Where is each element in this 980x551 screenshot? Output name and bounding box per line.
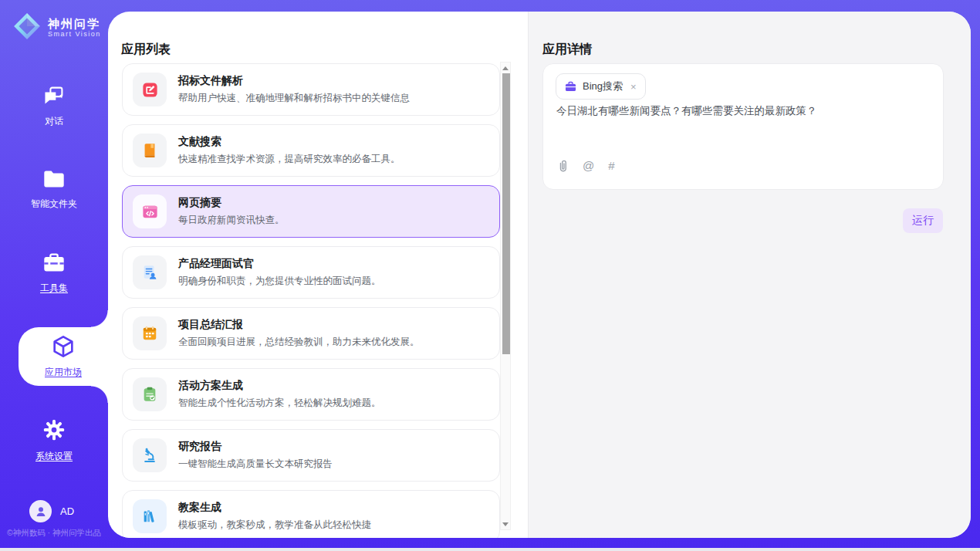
diamond-logo-icon bbox=[12, 12, 42, 44]
sidebar-item-smart-folder[interactable]: 智能文件夹 bbox=[0, 169, 108, 211]
scrollbar-thumb[interactable] bbox=[502, 73, 510, 354]
app-card-desc: 全面回顾项目进展，总结经验教训，助力未来优化发展。 bbox=[178, 336, 420, 349]
app-list-panel: 应用列表 招标文件解析 帮助用户快速、准确地理解和解析招标书中的关键信息 bbox=[108, 12, 528, 538]
app-card-desc: 智能生成个性化活动方案，轻松解决规划难题。 bbox=[178, 397, 381, 410]
sidebar: 神州问学 Smart Vision 对话 智能文件夹 bbox=[0, 0, 108, 548]
app-card-title: 产品经理面试官 bbox=[178, 257, 381, 271]
briefcase-icon bbox=[565, 81, 576, 92]
sidebar-item-label: 应用市场 bbox=[45, 366, 82, 379]
app-card-web-summary[interactable]: 网页摘要 每日政府新闻资讯快查。 bbox=[122, 185, 500, 238]
app-card-title: 网页摘要 bbox=[178, 196, 285, 210]
app-card-bid-parse[interactable]: 招标文件解析 帮助用户快速、准确地理解和解析招标书中的关键信息 bbox=[122, 63, 500, 116]
chat-icon bbox=[42, 85, 66, 109]
app-card-title: 教案生成 bbox=[178, 501, 371, 515]
app-card-list: 招标文件解析 帮助用户快速、准确地理解和解析招标书中的关键信息 文献搜索 快速精… bbox=[122, 63, 500, 538]
app-card-desc: 一键智能生成高质量长文本研究报告 bbox=[178, 458, 333, 471]
bottom-strip bbox=[0, 548, 980, 551]
app-card-desc: 快速精准查找学术资源，提高研究效率的必备工具。 bbox=[178, 153, 400, 166]
paperclip-icon[interactable] bbox=[556, 159, 569, 172]
app-list-scrollbar[interactable] bbox=[500, 62, 511, 530]
prompt-text[interactable]: 今日湖北有哪些新闻要点？有哪些需要关注的最新政策？ bbox=[556, 103, 927, 119]
calendar-icon bbox=[133, 316, 167, 350]
sidebar-item-chat[interactable]: 对话 bbox=[0, 85, 108, 128]
sidebar-footer: ©神州数码 · 神州问学出品 bbox=[0, 528, 108, 539]
user-initials: AD bbox=[60, 505, 74, 517]
app-card-desc: 帮助用户快速、准确地理解和解析招标书中的关键信息 bbox=[178, 92, 410, 105]
cube-icon bbox=[51, 334, 76, 361]
folder-icon bbox=[42, 169, 66, 191]
app-list-title: 应用列表 bbox=[121, 42, 171, 58]
book-icon bbox=[133, 134, 167, 167]
app-card-title: 活动方案生成 bbox=[178, 379, 381, 393]
tool-tag-label: Bing搜索 bbox=[583, 79, 623, 93]
sidebar-item-label: 工具集 bbox=[40, 282, 68, 295]
at-icon[interactable]: @ bbox=[583, 160, 594, 171]
person-icon bbox=[35, 505, 47, 518]
tool-tag-bing-search[interactable]: Bing搜索 × bbox=[556, 73, 646, 100]
app-detail-title: 应用详情 bbox=[542, 42, 592, 58]
main-content: 应用列表 招标文件解析 帮助用户快速、准确地理解和解析招标书中的关键信息 bbox=[108, 12, 971, 538]
attachment-toolbar: @ # bbox=[556, 159, 615, 172]
run-button[interactable]: 运行 bbox=[903, 208, 943, 233]
app-name: 神州问学 bbox=[48, 17, 101, 30]
sidebar-item-toolset[interactable]: 工具集 bbox=[0, 252, 108, 295]
clipboard-check-icon bbox=[133, 377, 167, 411]
app-card-literature-search[interactable]: 文献搜索 快速精准查找学术资源，提高研究效率的必备工具。 bbox=[122, 124, 500, 177]
app-card-project-summary[interactable]: 项目总结汇报 全面回顾项目进展，总结经验教训，助力未来优化发展。 bbox=[122, 307, 500, 360]
app-card-desc: 明确身份和职责，为您提供专业性的面试问题。 bbox=[178, 275, 381, 288]
app-card-desc: 模板驱动，教案秒成，教学准备从此轻松快捷 bbox=[178, 519, 371, 532]
browser-code-icon bbox=[133, 194, 167, 228]
app-card-title: 招标文件解析 bbox=[178, 74, 410, 88]
app-card-research-report[interactable]: 研究报告 一键智能生成高质量长文本研究报告 bbox=[122, 429, 500, 482]
avatar bbox=[29, 500, 52, 522]
app-card-title: 项目总结汇报 bbox=[178, 318, 420, 332]
app-card-title: 研究报告 bbox=[178, 440, 333, 454]
prompt-editor[interactable]: Bing搜索 × 今日湖北有哪些新闻要点？有哪些需要关注的最新政策？ @ # bbox=[542, 63, 944, 190]
scroll-up-icon[interactable] bbox=[501, 63, 510, 73]
user-account[interactable]: AD bbox=[29, 500, 74, 522]
sidebar-item-settings[interactable]: 系统设置 bbox=[0, 418, 108, 463]
close-icon[interactable]: × bbox=[630, 81, 637, 93]
toolbox-icon bbox=[42, 252, 66, 276]
sidebar-item-app-market[interactable]: 应用市场 bbox=[19, 327, 108, 386]
app-card-desc: 每日政府新闻资讯快查。 bbox=[178, 214, 285, 227]
sidebar-item-label: 系统设置 bbox=[35, 450, 73, 463]
books-icon bbox=[133, 499, 167, 533]
app-logo: 神州问学 Smart Vision bbox=[12, 12, 101, 44]
hash-icon[interactable]: # bbox=[608, 160, 614, 171]
app-detail-panel: 应用详情 Bing搜索 × 今日湖北有哪些新闻要点？有哪些需要关注的最新政策？ bbox=[528, 12, 971, 538]
scroll-down-icon[interactable] bbox=[501, 519, 510, 529]
gear-icon bbox=[42, 418, 66, 444]
interview-icon bbox=[133, 255, 167, 289]
edit-icon bbox=[133, 73, 167, 106]
app-card-pm-interviewer[interactable]: 产品经理面试官 明确身份和职责，为您提供专业性的面试问题。 bbox=[122, 246, 500, 299]
sidebar-item-label: 智能文件夹 bbox=[31, 198, 77, 211]
app-card-activity-plan[interactable]: 活动方案生成 智能生成个性化活动方案，轻松解决规划难题。 bbox=[122, 368, 500, 421]
app-card-title: 文献搜索 bbox=[178, 135, 400, 149]
sidebar-item-label: 对话 bbox=[45, 115, 63, 128]
app-tagline: Smart Vision bbox=[48, 30, 101, 38]
app-card-lesson-plan[interactable]: 教案生成 模板驱动，教案秒成，教学准备从此轻松快捷 bbox=[122, 490, 500, 538]
microscope-icon bbox=[133, 438, 167, 472]
